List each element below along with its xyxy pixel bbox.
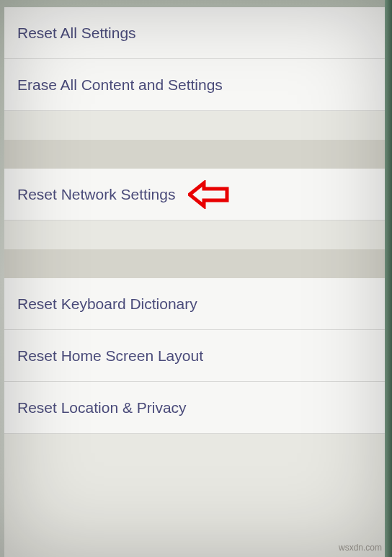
pointer-arrow-icon <box>188 180 231 209</box>
reset-location-privacy-item[interactable]: Reset Location & Privacy <box>4 382 386 434</box>
settings-reset-screen: Reset All Settings Erase All Content and… <box>4 7 386 557</box>
reset-home-screen-layout-item[interactable]: Reset Home Screen Layout <box>4 330 386 382</box>
reset-location-privacy-label: Reset Location & Privacy <box>17 399 187 416</box>
reset-home-screen-layout-label: Reset Home Screen Layout <box>17 347 203 365</box>
reset-keyboard-dictionary-item[interactable]: Reset Keyboard Dictionary <box>4 278 386 330</box>
watermark: wsxdn.com <box>339 543 382 553</box>
erase-all-content-label: Erase All Content and Settings <box>17 76 223 94</box>
group-gap-1 <box>4 140 386 169</box>
phone-frame: Reset All Settings Erase All Content and… <box>0 0 392 557</box>
reset-all-settings-label: Reset All Settings <box>17 24 136 42</box>
reset-group-1: Reset All Settings Erase All Content and… <box>4 7 386 111</box>
phone-edge <box>385 0 392 557</box>
reset-all-settings-item[interactable]: Reset All Settings <box>4 7 386 59</box>
reset-network-settings-label: Reset Network Settings <box>17 186 175 203</box>
reset-keyboard-dictionary-label: Reset Keyboard Dictionary <box>17 295 197 313</box>
reset-group-3: Reset Keyboard Dictionary Reset Home Scr… <box>4 278 386 434</box>
group-gap-2 <box>4 249 386 278</box>
reset-network-settings-item[interactable]: Reset Network Settings <box>4 169 386 220</box>
reset-group-2: Reset Network Settings <box>4 169 386 220</box>
erase-all-content-item[interactable]: Erase All Content and Settings <box>4 59 386 111</box>
